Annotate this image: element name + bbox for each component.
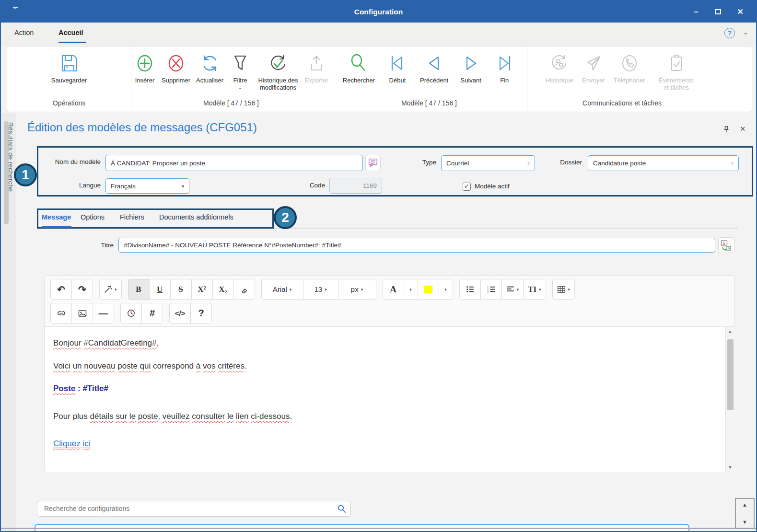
merge-field-button[interactable]: #: [141, 303, 163, 324]
previous-record-button[interactable]: Précédent: [420, 51, 448, 84]
modification-history-button[interactable]: Historique des modifications: [257, 51, 299, 92]
font-family-dropdown[interactable]: Arial▾: [261, 279, 303, 300]
search-icon[interactable]: [337, 504, 346, 513]
scroll-down-icon[interactable]: ▼: [736, 519, 754, 525]
numbered-list-button[interactable]: 123: [480, 279, 502, 300]
scroll-down-icon[interactable]: ▼: [726, 465, 734, 470]
translate-button[interactable]: aA: [718, 237, 734, 253]
communication-history-icon: [548, 51, 571, 76]
active-template-checkbox[interactable]: ✓: [463, 183, 471, 191]
delete-button[interactable]: Supprimer: [162, 51, 190, 84]
panel-close-icon[interactable]: ✕: [740, 125, 746, 133]
export-button[interactable]: Exporter: [305, 51, 328, 84]
side-panel-label: Résultats de recherche: [7, 122, 14, 192]
page-title: Édition des modèles de messages (CFG051): [27, 121, 257, 134]
refresh-button[interactable]: Actualiser: [196, 51, 223, 84]
communication-history-button[interactable]: Historique: [545, 51, 573, 84]
pin-icon[interactable]: [723, 126, 730, 133]
tab-documents-additionnels[interactable]: Documents additionnels: [159, 213, 233, 221]
editor-scrollbar[interactable]: ▲ ▼: [725, 327, 734, 472]
bullet-list-icon: [466, 285, 474, 293]
scrollbar-thumb[interactable]: [727, 339, 734, 410]
panel-scrollbar[interactable]: ▲ ▼: [735, 498, 755, 529]
horizontal-rule-button[interactable]: —: [93, 303, 114, 324]
rich-text-editor: ↶ ↷ ▾ B U S X² X₂: [44, 275, 734, 472]
folder-dropdown[interactable]: Candidature poste ▾: [588, 155, 739, 171]
next-record-button[interactable]: Suivant: [460, 51, 482, 84]
maximize-button[interactable]: [715, 9, 721, 14]
close-button[interactable]: ✕: [737, 8, 744, 16]
bullet-list-button[interactable]: [459, 279, 481, 300]
insert-button[interactable]: Insérer: [134, 51, 156, 84]
search-record-button[interactable]: Rechercher: [343, 51, 375, 84]
underline-button[interactable]: U: [149, 279, 171, 300]
table-dropdown[interactable]: ▾: [552, 279, 575, 300]
language-dropdown[interactable]: Français ▾: [105, 178, 189, 194]
ribbon-group-modele-nav: Rechercher Début Précédent: [331, 46, 527, 112]
numbered-list-icon: 123: [487, 285, 495, 293]
filter-icon: [229, 51, 251, 76]
delete-icon: [165, 51, 187, 76]
tab-fichiers[interactable]: Fichiers: [120, 213, 144, 221]
configuration-search-input[interactable]: [43, 502, 331, 515]
chevron-down-icon: ▾: [182, 184, 184, 189]
type-dropdown[interactable]: Courriel ▾: [441, 155, 535, 171]
font-color-button[interactable]: A: [383, 279, 404, 300]
undo-button[interactable]: ↶: [50, 279, 72, 300]
eraser-icon: [240, 286, 248, 293]
next-record-icon: [460, 51, 482, 76]
font-size-dropdown[interactable]: 13▾: [303, 279, 338, 300]
editor-help-button[interactable]: ?: [190, 303, 212, 324]
chevron-down-icon[interactable]: ⌄: [743, 28, 748, 36]
source-code-button[interactable]: </>: [169, 303, 191, 324]
redo-button[interactable]: ↷: [71, 279, 93, 300]
first-record-button[interactable]: Début: [386, 51, 408, 84]
font-color-caret[interactable]: ▾: [404, 279, 418, 300]
tab-options[interactable]: Options: [81, 213, 105, 221]
superscript-button[interactable]: X²: [191, 279, 213, 300]
send-button[interactable]: Envoyer: [582, 51, 605, 84]
last-record-button[interactable]: Fin: [493, 51, 515, 84]
ribbon-group-modele-edit: Insérer Supprimer Actualiser: [131, 46, 331, 112]
menu-tab-accueil[interactable]: Accueil: [58, 29, 83, 36]
message-body[interactable]: Bonjour #CandidatGreeting#, Voici un nou…: [45, 326, 734, 472]
menu-tab-action[interactable]: Action: [14, 29, 34, 36]
magic-wand-icon: [104, 285, 112, 293]
filter-button[interactable]: Filtre ⌄: [229, 51, 251, 90]
subject-label: Titre: [73, 242, 114, 249]
highlight-color-button[interactable]: [418, 279, 439, 300]
subject-input[interactable]: [118, 238, 715, 253]
name-label: Nom du modèle: [43, 158, 101, 165]
chevron-down-icon: ▾: [409, 287, 412, 292]
events-tasks-button[interactable]: Évènements et tâches: [654, 51, 699, 92]
message-link[interactable]: Cliquez ici: [53, 439, 91, 449]
magic-wand-button[interactable]: ▾: [99, 279, 122, 300]
link-button[interactable]: [50, 303, 72, 324]
clock-icon: [127, 309, 135, 317]
phone-button[interactable]: Téléphoner: [614, 51, 645, 84]
minimize-button[interactable]: –: [694, 8, 699, 16]
tab-message[interactable]: Message: [42, 213, 71, 221]
comment-button[interactable]: [365, 155, 381, 171]
callout-badge-1: 1: [14, 163, 37, 186]
scroll-up-icon[interactable]: ▲: [736, 502, 754, 508]
help-icon[interactable]: ?: [724, 28, 735, 38]
align-dropdown[interactable]: ▾: [501, 279, 524, 300]
name-input[interactable]: [105, 155, 363, 171]
highlight-swatch: [424, 286, 432, 293]
save-button[interactable]: Sauvegarder: [51, 51, 87, 84]
text-style-dropdown[interactable]: TI▾: [523, 279, 546, 300]
ribbon: Sauvegarder Opérations Insérer Supprimer: [7, 46, 752, 112]
bold-button[interactable]: B: [128, 279, 150, 300]
image-button[interactable]: [71, 303, 93, 324]
subscript-button[interactable]: X₂: [212, 279, 234, 300]
time-button[interactable]: [120, 303, 142, 324]
scroll-up-icon[interactable]: ▲: [726, 329, 734, 334]
configuration-search-box: [37, 501, 351, 517]
font-unit-dropdown[interactable]: px▾: [338, 279, 376, 300]
strikethrough-button[interactable]: S: [170, 279, 192, 300]
highlight-color-caret[interactable]: ▾: [439, 279, 453, 300]
quick-access-icon[interactable]: [12, 7, 18, 14]
clear-format-button[interactable]: [233, 279, 255, 300]
chevron-down-icon: ⌄: [238, 85, 242, 90]
